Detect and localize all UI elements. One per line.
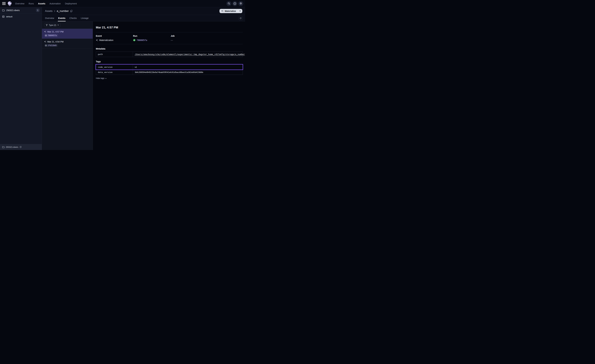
event-timestamp: Mar 21, 4:57 PM xyxy=(47,30,64,33)
event-list-item[interactable]: Mar 21, 4:57 PM 788005fa xyxy=(42,29,93,39)
event-list-panel: Type (2) Mar 21, 4:57 PM 788005fa xyxy=(42,21,93,150)
event-detail-panel: Mar 21, 4:57 PM Event Materialization Ru… xyxy=(93,21,245,150)
metadata-table: path /Users/smackesey/stm/code/elementl/… xyxy=(96,52,243,57)
settings-icon: ⚙ xyxy=(240,2,242,5)
dagster-logo[interactable] xyxy=(7,1,12,6)
search-icon xyxy=(228,2,230,5)
sparkle-icon xyxy=(96,39,98,42)
primary-nav: Overview Runs Assets Automation Deployme… xyxy=(15,2,77,5)
divider xyxy=(96,32,243,32)
nav-item-overview[interactable]: Overview xyxy=(15,2,24,5)
nav-item-assets[interactable]: Assets xyxy=(38,2,45,5)
caret-down-icon xyxy=(239,11,241,12)
event-type: Materialization xyxy=(99,39,113,42)
top-nav: Overview Runs Assets Automation Deployme… xyxy=(0,0,245,7)
materialize-button-group: Materialize xyxy=(220,9,242,13)
tab-checks[interactable]: Checks xyxy=(69,15,77,21)
repo-name: 250321-dvers xyxy=(6,9,34,12)
nav-item-automation[interactable]: Automation xyxy=(50,2,61,5)
sparkle-icon xyxy=(221,10,224,12)
job-column-label: Job xyxy=(171,35,243,37)
refresh-button[interactable] xyxy=(239,16,243,20)
hide-tags-label: Hide tags xyxy=(96,77,104,79)
footer-repo-name: 250321-dvers xyxy=(6,146,18,148)
tab-events[interactable]: Events xyxy=(58,15,65,21)
metadata-path-link[interactable]: /Users/smackesey/stm/code/elementl/exper… xyxy=(135,53,245,56)
filter-icon xyxy=(46,24,48,26)
type-filter-button[interactable]: Type (2) xyxy=(44,23,61,27)
chevron-right-icon xyxy=(54,10,55,12)
sidebar-item-default-group[interactable]: default xyxy=(0,14,42,20)
run-id-link[interactable]: 788005fa xyxy=(137,39,147,42)
asset-group-icon xyxy=(2,15,5,18)
tab-overview[interactable]: Overview xyxy=(45,15,54,21)
run-id-pill: 2fd32b85 xyxy=(44,44,58,47)
tags-table: code_version v1 data_version 3bfc269594e… xyxy=(96,64,243,75)
job-value: — xyxy=(171,39,173,42)
event-summary-columns: Event Materialization Run 788005fa xyxy=(96,35,243,42)
run-target-icon xyxy=(45,35,47,36)
run-target-icon xyxy=(45,44,47,46)
materialize-label: Materialize xyxy=(225,10,236,12)
tag-key: code_version xyxy=(96,64,133,70)
metadata-heading: Metadata xyxy=(96,48,243,50)
help-button[interactable]: ? xyxy=(232,1,237,6)
event-list-item[interactable]: Mar 21, 4:54 PM 2fd32b85 xyxy=(42,39,93,49)
folder-icon xyxy=(2,146,5,148)
tags-heading: Tags xyxy=(96,60,243,63)
run-id-text: 2fd32b85 xyxy=(48,44,57,47)
sparkle-icon xyxy=(44,41,46,43)
run-column-label: Run xyxy=(133,35,171,37)
sparkle-icon xyxy=(44,31,46,33)
repo-count-badge: 1 xyxy=(36,9,40,12)
asset-tabs: Overview Events Checks Lineage xyxy=(42,15,245,21)
breadcrumb-assets-link[interactable]: Assets xyxy=(45,10,53,13)
tag-row-code-version: code_version v1 xyxy=(96,64,243,70)
check-circle-icon xyxy=(133,39,135,42)
filter-row: Type (2) xyxy=(42,21,93,29)
hamburger-icon[interactable] xyxy=(2,2,6,5)
event-timestamp: Mar 21, 4:54 PM xyxy=(47,41,64,43)
settings-button[interactable]: ⚙ xyxy=(238,1,243,6)
page-title: a_number xyxy=(57,9,69,13)
refresh-icon xyxy=(240,17,242,19)
nav-item-runs[interactable]: Runs xyxy=(28,2,34,5)
materialize-button[interactable]: Materialize xyxy=(220,9,238,13)
sidebar-item-repo[interactable]: 250321-dvers 1 xyxy=(0,7,42,14)
tag-value: v1 xyxy=(133,64,243,70)
event-column-label: Event xyxy=(96,35,133,37)
folder-icon xyxy=(2,9,5,11)
search-button[interactable] xyxy=(226,1,231,6)
copy-icon[interactable] xyxy=(70,10,72,12)
refresh-icon[interactable] xyxy=(20,146,22,148)
nav-item-deployment[interactable]: Deployment xyxy=(65,2,77,5)
tag-value: 3bfc269594ef649228e9a74bab00f042efc91d5a… xyxy=(133,70,243,75)
hide-tags-link[interactable]: Hide tags ▲ xyxy=(96,77,107,79)
group-label: default xyxy=(6,15,13,18)
filter-label: Type (2) xyxy=(49,24,56,26)
tab-lineage[interactable]: Lineage xyxy=(81,15,89,21)
sidebar-footer: 250321-dvers xyxy=(0,144,42,150)
triangle-up-icon: ▲ xyxy=(105,77,107,79)
help-icon: ? xyxy=(234,2,236,5)
tag-key: data_version xyxy=(96,70,133,75)
materialize-dropdown-button[interactable] xyxy=(238,9,242,13)
asset-header: Assets a_number Materialize xyxy=(42,7,245,21)
breadcrumb: Assets a_number Materialize xyxy=(42,7,245,15)
tag-row-data-version: data_version 3bfc269594ef649228e9a74bab0… xyxy=(96,70,243,75)
run-id-pill: 788005fa xyxy=(44,34,58,37)
run-id-text: 788005fa xyxy=(48,34,57,36)
sidebar: 250321-dvers 1 default 250321-dvers xyxy=(0,7,42,150)
chevron-down-icon xyxy=(57,25,59,26)
event-detail-title: Mar 21, 4:57 PM xyxy=(96,26,243,29)
svg-text:?: ? xyxy=(234,3,235,4)
metadata-key: path xyxy=(96,52,133,57)
